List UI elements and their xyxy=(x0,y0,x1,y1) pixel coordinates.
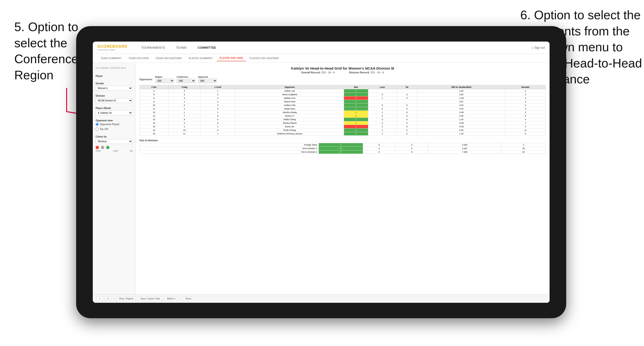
cell-rounds: 3 xyxy=(505,100,546,104)
ood-name: Foreign Team xyxy=(140,143,319,147)
cell-loss xyxy=(368,89,396,93)
cell-conf: 3 xyxy=(200,104,235,107)
table-row: 14 7 4 Eunice Yi 2 2 0 0.38 9 xyxy=(140,114,546,118)
th-reg: # Reg xyxy=(168,85,200,89)
ood-diff: 4.500 xyxy=(428,143,501,147)
cell-tie: 0 xyxy=(396,93,417,96)
cell-win: 2 xyxy=(344,104,368,107)
cell-rounds: 3 xyxy=(505,93,546,96)
sidebar: Last Updated: 27/03/2024 06:44 Player Ge… xyxy=(93,63,136,294)
cell-win: 0 xyxy=(344,96,368,100)
nav-committee[interactable]: COMMITTEE xyxy=(196,45,218,50)
cell-win: 1 xyxy=(344,89,368,93)
cell-div: 10 xyxy=(140,104,169,107)
cell-div: 13 xyxy=(140,111,169,114)
tab-team-h2h-heatmap[interactable]: TEAM H2H HEATMAP xyxy=(153,55,185,61)
th-diff: Diff Av Strokes/Rnd xyxy=(417,85,505,89)
cell-rounds: 4 xyxy=(505,118,546,121)
th-win: Win xyxy=(344,85,368,89)
colour-by-select[interactable]: Win/loss xyxy=(96,139,132,144)
tablet-screen: SCOREBOARD Powered by clippd TOURNAMENTS… xyxy=(93,41,550,303)
cell-reg: 3 xyxy=(168,121,200,125)
cell-tie: 0 xyxy=(396,111,417,114)
colour-dots xyxy=(96,146,132,149)
cell-conf: 5 xyxy=(200,107,235,111)
ood-win: 1 xyxy=(318,143,363,147)
cell-win: 0 xyxy=(344,125,368,129)
radio-opponents-played[interactable]: Opponents Played xyxy=(96,123,132,126)
tablet-device: SCOREBOARD Powered by clippd TOURNAMENTS… xyxy=(76,26,566,318)
cell-diff: 4.00 xyxy=(417,104,505,107)
sign-out[interactable]: | Sign out xyxy=(532,46,545,49)
watch-btn[interactable]: Watch ▾ xyxy=(165,296,178,301)
ood-name: NAIA Division 1 xyxy=(140,147,319,150)
nav-tournaments[interactable]: TOURNAMENTS xyxy=(140,45,167,50)
cell-rounds: 3 xyxy=(505,107,546,111)
cell-diff: 4.00 xyxy=(417,93,505,96)
radio-top100[interactable]: Top 100 xyxy=(96,128,132,131)
ood-tie: 0 xyxy=(396,150,428,154)
cell-rounds: 6 xyxy=(505,132,546,136)
cell-rounds: 4 xyxy=(505,104,546,107)
data-area: Katelyn Vo Head-to-Head Grid for Women's… xyxy=(136,63,550,294)
nav-teams[interactable]: TEAMS xyxy=(174,45,189,50)
cell-loss: 2 xyxy=(368,125,396,129)
table-row: 18 2 2 Euna Lee 0 2 0 -5.00 2 xyxy=(140,125,546,129)
ood-row: Foreign Team 1 0 0 4.500 2 xyxy=(140,143,546,147)
tab-team-summary[interactable]: TEAM SUMMARY xyxy=(98,55,125,61)
cell-diff: 3.67 xyxy=(417,100,505,104)
cell-reg: 3 xyxy=(168,96,200,100)
table-row: 10 6 3 Andrea York 2 0 0 4.00 4 xyxy=(140,104,546,107)
save-custom-btn[interactable]: Save Custom View xyxy=(138,296,162,301)
opponent-view-radio: Opponents Played Top 100 xyxy=(96,123,132,132)
cell-loss xyxy=(368,100,396,104)
player-rank-label: Player (Rank) xyxy=(96,107,132,110)
cell-win: 4 xyxy=(344,129,368,132)
region-select[interactable]: (All) xyxy=(155,79,174,83)
cell-conf: 1 xyxy=(200,89,235,93)
ood-diff: 7.400 xyxy=(428,150,501,154)
cell-diff: -3.00 xyxy=(417,111,505,114)
tab-player-h2h-heatmap[interactable]: PLAYER H2H HEATMAP xyxy=(247,55,282,61)
table-row: 3 3 1 Esther Lee 1 1.50 4 xyxy=(140,89,546,93)
cell-conf: 1 xyxy=(200,111,235,114)
sidebar-colour-by: Colour by Win/loss Down Level Up xyxy=(96,135,132,152)
tab-team-h2h-grid[interactable]: TEAM H2H GRID xyxy=(126,55,152,61)
filter-opponent: Opponent (All) xyxy=(198,76,217,83)
undo-btn[interactable]: ↩ xyxy=(96,296,103,301)
opponent-select[interactable]: (All) xyxy=(198,79,217,83)
cell-div: 11 xyxy=(140,107,169,111)
cell-conf: 4 xyxy=(200,100,235,104)
conference-select[interactable]: (All) xyxy=(176,79,196,83)
tab-player-summary[interactable]: PLAYER SUMMARY xyxy=(186,55,216,61)
data-records: Overall Record: 353 - 34 - 6 Division Re… xyxy=(140,71,546,74)
cell-diff: -0.94 xyxy=(417,121,505,125)
cell-win: 1 xyxy=(344,100,368,104)
cell-rounds: 4 xyxy=(505,89,546,93)
tab-player-h2h-grid[interactable]: PLAYER H2H GRID xyxy=(217,55,246,61)
ood-rounds: 10 xyxy=(502,150,546,154)
cell-tie xyxy=(396,89,417,93)
gender-select[interactable]: Women's xyxy=(96,86,132,91)
cell-diff: 1.25 xyxy=(417,118,505,121)
cell-name: Jessica Mason xyxy=(235,121,344,125)
cell-conf: 6 xyxy=(200,121,235,125)
cell-name: Andrea York xyxy=(235,104,344,107)
ood-table: Foreign Team 1 0 0 4.500 2 NAIA Division… xyxy=(140,143,546,154)
cell-rounds: 9 xyxy=(505,114,546,118)
player-rank-select[interactable]: 8. Katelyn Vo xyxy=(96,110,132,115)
view-original-btn[interactable]: View: Original xyxy=(117,296,136,301)
redo-btn[interactable]: ↻ xyxy=(105,296,111,301)
cell-tie: 0 xyxy=(396,129,417,132)
cell-diff: 1.33 xyxy=(417,132,505,136)
ood-loss: 0 xyxy=(363,143,396,147)
share-btn[interactable]: Share xyxy=(183,296,194,301)
division-select[interactable]: NCAA Division III xyxy=(96,98,132,103)
cell-win: 1 xyxy=(344,111,368,114)
cell-name: Esther Lee xyxy=(235,89,344,93)
cell-diff: 0.30 xyxy=(417,129,505,132)
sub-nav: TEAM SUMMARY TEAM H2H GRID TEAM H2H HEAT… xyxy=(93,54,550,63)
cell-tie: 0 xyxy=(396,96,417,100)
cell-div: 5 xyxy=(140,93,169,96)
th-tie: Tie xyxy=(396,85,417,89)
